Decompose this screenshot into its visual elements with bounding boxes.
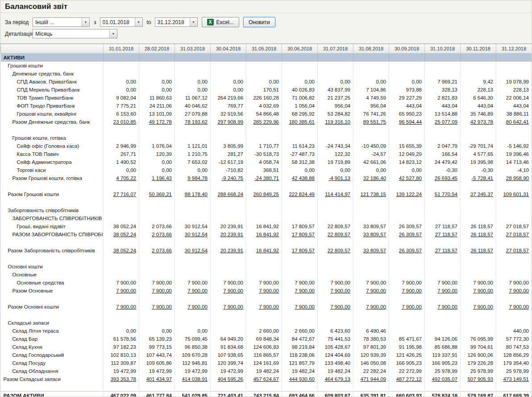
cell-value: 0,00 bbox=[282, 78, 318, 86]
cell-value: 7 900,00 bbox=[496, 303, 532, 311]
group-row[interactable]: Основные bbox=[1, 271, 532, 279]
cell-value: 89 551,75 bbox=[353, 118, 389, 126]
column-header: 30.11.2018 bbox=[461, 44, 496, 54]
total-row[interactable]: Разом Грошові кошти27 716,0750 369,2188 … bbox=[1, 190, 532, 198]
title-bar: Балансовий звіт bbox=[0, 0, 532, 13]
cell-value: 25 978,99 bbox=[496, 367, 532, 375]
chevron-down-icon[interactable]: ▼ bbox=[109, 29, 117, 38]
group-row[interactable]: Заборгованість співробітників bbox=[1, 206, 532, 214]
group-row[interactable]: Денежные средства, банк bbox=[1, 70, 532, 78]
data-row[interactable]: СПД Аваков. Приватбанк0,000,000,000,000,… bbox=[1, 78, 532, 86]
data-row[interactable]: Склад Літня тераса0,000,000,002 660,002 … bbox=[1, 327, 532, 335]
data-row[interactable]: Склад Господарський102 810,13107 443,741… bbox=[1, 351, 532, 359]
date-to-combobox[interactable]: 31.12.2018 ▼ bbox=[155, 17, 198, 27]
total-row[interactable]: Разом Основные7 900,007 900,007 900,007 … bbox=[1, 287, 532, 295]
row-label: Склад Господарський bbox=[1, 351, 104, 359]
cell-value bbox=[175, 238, 211, 247]
row-label: ТОВ Трамп ПриватБанк bbox=[1, 94, 104, 102]
cell-value bbox=[139, 238, 175, 247]
data-row[interactable]: Основные средства7 900,007 900,007 900,0… bbox=[1, 279, 532, 287]
cell-value bbox=[318, 319, 353, 327]
data-row[interactable]: Склад Кухня97 182,2399 773,1596 850,3891… bbox=[1, 343, 532, 351]
detail-combobox[interactable]: Місяць ▼ bbox=[33, 29, 117, 38]
cell-value bbox=[211, 214, 246, 222]
total-row[interactable]: Разом Денежные средства, банк23 010,8549… bbox=[1, 118, 532, 126]
cell-value: 26 309,57 bbox=[389, 222, 425, 230]
cell-value: 112 945,81 bbox=[175, 359, 211, 367]
data-row[interactable]: Касса ТОВ Павич267,71120,391 210,75281,2… bbox=[1, 150, 532, 158]
cell-value: -30 518,73 bbox=[246, 150, 282, 158]
cell-value: -24,57 bbox=[353, 150, 389, 158]
group-row[interactable]: Основні кошти bbox=[1, 263, 532, 271]
section-row[interactable]: АКТИВИ bbox=[1, 54, 532, 62]
period-combobox[interactable]: Іншій ... ▼ bbox=[33, 17, 90, 27]
group-row[interactable]: Складські запаси bbox=[1, 319, 532, 327]
cell-value bbox=[496, 134, 532, 142]
data-row[interactable]: СПД Меркель ПриватБанк0,000,000,000,0017… bbox=[1, 86, 532, 94]
data-row[interactable]: ФОП Трюдо ПриватБанк7 775,2124 211,0640 … bbox=[1, 102, 532, 110]
excel-button[interactable]: X Excel... bbox=[202, 17, 239, 27]
group-row[interactable]: Грошові кошти bbox=[1, 62, 532, 70]
cell-value: 26 309,57 bbox=[389, 230, 425, 238]
cell-value: 7 900,00 bbox=[211, 303, 246, 311]
data-row[interactable]: Гроші, видані підзвіт38 052,242 073,6630… bbox=[1, 222, 532, 230]
cell-value: 21 237,25 bbox=[318, 94, 353, 102]
cell-value: 7 653,02 bbox=[175, 158, 211, 166]
cell-value: 7 900,00 bbox=[282, 279, 318, 287]
refresh-button[interactable]: Оновити bbox=[243, 17, 275, 27]
cell-value: 32 919,56 bbox=[211, 110, 246, 118]
balance-report-page: Балансовий звіт За період Іншій ... ▼ з … bbox=[0, 0, 532, 397]
column-header: 31.03.2018 bbox=[175, 44, 211, 54]
cell-value: -27 487,73 bbox=[282, 150, 318, 158]
chevron-down-icon[interactable]: ▼ bbox=[190, 18, 197, 26]
cell-value bbox=[282, 238, 318, 247]
data-row[interactable]: Сейф офіс (Головна каса)2 946,991 076,04… bbox=[1, 142, 532, 150]
data-row[interactable]: Грошові кошти, еквайрінг6 153,6013 101,0… bbox=[1, 110, 532, 118]
cell-value bbox=[175, 70, 211, 78]
cell-value: 120 399,74 bbox=[211, 359, 246, 367]
total-row[interactable]: РАЗОМ ЗАБОРГОВАНІСТЬ СПІВРОБІТ...38 052,… bbox=[1, 230, 532, 238]
cell-value bbox=[246, 295, 282, 303]
cell-value bbox=[104, 255, 139, 263]
total-row[interactable]: Разом Заборгованість співробітників38 05… bbox=[1, 247, 532, 255]
grand-row[interactable]: РАЗОМ АКТИВИ467 022,09461 777,84541 029,… bbox=[1, 391, 532, 397]
cell-value bbox=[425, 214, 461, 222]
cell-value bbox=[211, 319, 246, 327]
cell-value bbox=[282, 62, 318, 70]
cell-value bbox=[389, 263, 425, 271]
date-from-value: 01.01.2018 bbox=[103, 19, 129, 25]
group-row[interactable]: ЗАБОРГОВАНІСТЬ СПІВРОБІТНИКІВ bbox=[1, 214, 532, 222]
group-row[interactable]: Грошові кошти, готівка bbox=[1, 134, 532, 142]
data-row[interactable]: Торгові каси0,000,000,00-710,82368,510,0… bbox=[1, 166, 532, 174]
data-row[interactable]: ТОВ Трамп ПриватБанк9 082,0411 860,6311 … bbox=[1, 94, 532, 102]
cell-value: 54 866,48 bbox=[246, 110, 282, 118]
cell-value bbox=[246, 263, 282, 271]
cell-value: 32 186,40 bbox=[353, 174, 389, 182]
excel-icon: X bbox=[207, 19, 214, 25]
cell-value bbox=[461, 383, 496, 391]
chevron-down-icon[interactable]: ▼ bbox=[135, 18, 142, 26]
cell-value bbox=[139, 182, 175, 190]
cell-value: 7 900,00 bbox=[104, 287, 139, 295]
data-row[interactable]: Сейф Администратора1 490,520,007 653,02-… bbox=[1, 158, 532, 166]
cell-value: 26 118,57 bbox=[461, 230, 496, 238]
cell-value bbox=[425, 263, 461, 271]
data-row[interactable]: Склад Обладнання19 472,9919 472,9919 472… bbox=[1, 367, 532, 375]
cell-value bbox=[211, 255, 246, 263]
total-row[interactable]: Разом Складські запаси393 353,78401 434,… bbox=[1, 375, 532, 383]
cell-value: 260 849,25 bbox=[246, 190, 282, 198]
data-row[interactable]: Склад Бар61 578,5665 139,2375 099,4564 9… bbox=[1, 335, 532, 343]
cell-value: 166 905,23 bbox=[425, 359, 461, 367]
data-row[interactable]: Склад Посуду112 309,87109 605,86112 945,… bbox=[1, 359, 532, 367]
total-row[interactable]: Разом Основні кошти7 900,007 900,007 900… bbox=[1, 303, 532, 311]
chevron-down-icon[interactable]: ▼ bbox=[82, 18, 89, 26]
total-row[interactable]: Разом Грошові кошти, готівка4 705,221 19… bbox=[1, 174, 532, 182]
row-label: АКТИВИ bbox=[1, 54, 104, 62]
date-from-combobox[interactable]: 01.01.2018 ▼ bbox=[100, 17, 143, 27]
cell-value bbox=[175, 214, 211, 222]
cell-value: 7 900,00 bbox=[246, 303, 282, 311]
cell-value: 7 900,00 bbox=[353, 287, 389, 295]
cell-value: -29 701,74 bbox=[461, 142, 496, 150]
cell-value: 473 149,51 bbox=[496, 375, 532, 383]
cell-value bbox=[282, 126, 318, 134]
